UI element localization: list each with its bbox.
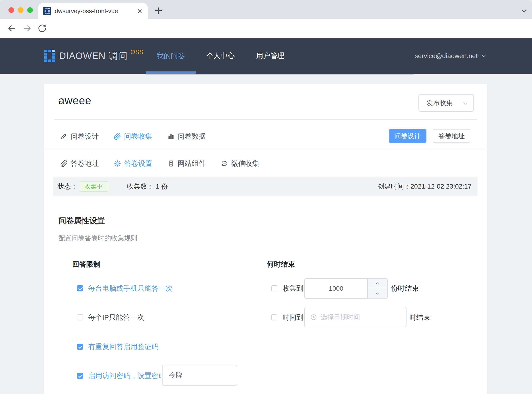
survey-tabs: 问卷设计 问卷收集 问卷数据 <box>60 129 206 143</box>
option-row-ip-once: 每个IP只能答一次 <box>77 312 144 322</box>
publish-collect-select[interactable]: 发布收集 <box>419 94 474 112</box>
paperclip-icon <box>114 133 121 140</box>
checkbox-device-once[interactable] <box>77 285 83 291</box>
datetime-picker[interactable] <box>304 307 406 327</box>
brand-name: DIAOWEN 调问 <box>59 49 128 62</box>
end-rules-heading: 何时结束 <box>267 259 295 269</box>
option-row-password: 启用访问密码，设置密码 <box>77 371 166 381</box>
checkbox-time-rule[interactable] <box>271 314 277 321</box>
tab-survey-collect[interactable]: 问卷收集 <box>114 132 152 141</box>
wechat-icon <box>221 160 228 167</box>
subtab-label: 答卷设置 <box>124 159 152 168</box>
menu-item-user-admin[interactable]: 用户管理 <box>245 38 295 74</box>
survey-design-button[interactable]: 问卷设计 <box>389 129 426 143</box>
menu-item-my-surveys[interactable]: 我的问卷 <box>146 38 196 74</box>
browser-tab[interactable]: dwsurvey-oss-front-vue <box>38 3 148 19</box>
chevron-down-icon <box>482 53 486 57</box>
traffic-light-close[interactable] <box>8 7 14 13</box>
collect-count-label: 收集数： <box>127 183 153 190</box>
checkbox-ip-once[interactable] <box>77 314 83 321</box>
clock-icon <box>310 313 317 321</box>
rule-label-quantity[interactable]: 收集到 <box>282 284 303 293</box>
settings-description: 配置问卷答卷时的收集规则 <box>59 234 137 243</box>
user-dropdown[interactable]: service@diaowen.net <box>415 38 485 74</box>
option-row-device-once: 每台电脑或手机只能答一次 <box>77 283 173 294</box>
checkbox-password[interactable] <box>77 373 83 379</box>
pencil-icon <box>60 133 68 140</box>
tab-strip-chevron-down-icon[interactable] <box>522 8 527 13</box>
browser-titlebar: dwsurvey-oss-front-vue <box>0 0 532 19</box>
created-time: 创建时间：2021-12-02 23:02:17 <box>378 177 472 196</box>
chevron-down-icon <box>463 101 468 105</box>
created-time-label: 创建时间： <box>378 183 410 190</box>
main-menu: 我的问卷 个人中心 用户管理 <box>146 38 295 74</box>
created-time-value: 2021-12-02 23:02:17 <box>410 183 472 190</box>
rule-label-time[interactable]: 时间到 <box>282 313 303 322</box>
tab-survey-design[interactable]: 问卷设计 <box>60 132 99 141</box>
option-label-captcha[interactable]: 有重复回答启用验证码 <box>88 342 159 352</box>
stepper-decrease-icon[interactable] <box>368 289 387 298</box>
subtab-label: 答卷地址 <box>71 159 99 168</box>
tab-label: 问卷设计 <box>71 132 99 141</box>
quantity-rule-suffix: 份时结束 <box>391 283 419 294</box>
publish-collect-value: 发布收集 <box>419 98 453 108</box>
gear-icon <box>114 160 121 167</box>
survey-title: aweee <box>59 94 91 107</box>
status-bar: 状态： 收集中 收集数：1 份 创建时间：2021-12-02 23:02:17 <box>53 177 478 196</box>
browser-toolbar: localhost:8083/#/dw/survey/c/attr/c98fa1… <box>0 19 532 38</box>
divider <box>44 149 487 150</box>
password-input[interactable] <box>163 365 237 385</box>
browser-window: dwsurvey-oss-front-vue localhost:8083/#/… <box>0 0 532 394</box>
tab-label: 问卷收集 <box>124 132 152 141</box>
rule-row-time: 时间到 <box>271 312 303 322</box>
traffic-light-zoom[interactable] <box>27 7 33 13</box>
active-menu-underline <box>146 72 196 74</box>
menu-baseline <box>146 74 414 75</box>
rule-row-quantity: 收集到 <box>271 283 303 294</box>
brand-badge: OSS <box>130 48 143 56</box>
quantity-stepper <box>304 278 388 299</box>
option-label-device-once[interactable]: 每台电脑或手机只能答一次 <box>88 284 173 293</box>
menu-item-profile[interactable]: 个人中心 <box>196 38 245 74</box>
option-label-ip-once[interactable]: 每个IP只能答一次 <box>88 313 144 322</box>
bar-chart-icon <box>167 133 175 140</box>
status-label: 状态： <box>58 177 77 196</box>
new-tab-icon[interactable] <box>154 6 163 16</box>
collect-count: 收集数：1 份 <box>127 177 168 196</box>
paperclip-icon <box>60 160 68 167</box>
tab-title: dwsurvey-oss-front-vue <box>55 7 133 15</box>
stepper-increase-icon[interactable] <box>368 279 387 288</box>
subtab-answer-settings[interactable]: 答卷设置 <box>114 159 152 168</box>
password-input-box <box>162 365 237 386</box>
checkbox-quantity-rule[interactable] <box>271 285 277 291</box>
answer-url-button[interactable]: 答卷地址 <box>433 129 470 143</box>
diaowen-logo-icon <box>44 50 55 62</box>
back-icon[interactable] <box>7 23 17 33</box>
brand: DIAOWEN 调问 OSS <box>59 38 143 74</box>
widget-icon <box>167 160 175 167</box>
forward-icon[interactable] <box>22 23 32 33</box>
datetime-input[interactable] <box>321 307 406 327</box>
subtab-wechat-collect[interactable]: 微信收集 <box>221 159 259 168</box>
quantity-input[interactable] <box>305 279 367 298</box>
option-label-password[interactable]: 启用访问密码，设置密码 <box>88 371 166 381</box>
favicon-icon <box>43 7 51 15</box>
tab-survey-data[interactable]: 问卷数据 <box>167 132 206 141</box>
settings-heading: 问卷属性设置 <box>59 216 105 226</box>
subtab-label: 网站组件 <box>178 159 206 168</box>
stepper-controls <box>367 279 387 298</box>
status-badge: 收集中 <box>79 181 108 192</box>
reload-icon[interactable] <box>37 23 47 33</box>
subtab-answer-url[interactable]: 答卷地址 <box>60 159 99 168</box>
collect-count-value: 1 份 <box>156 183 168 190</box>
answer-limit-heading: 回答限制 <box>72 259 100 269</box>
collect-subtabs: 答卷地址 答卷设置 网站组件 微信收集 <box>60 156 259 171</box>
time-rule-suffix: 时结束 <box>409 312 431 322</box>
app-navbar: DIAOWEN 调问 OSS 我的问卷 个人中心 用户管理 service@di… <box>0 38 532 74</box>
traffic-light-minimize[interactable] <box>18 7 23 13</box>
tab-label: 问卷数据 <box>178 132 206 141</box>
tab-close-icon[interactable] <box>137 8 143 14</box>
subtab-site-widget[interactable]: 网站组件 <box>167 159 206 168</box>
checkbox-captcha[interactable] <box>77 344 83 350</box>
subtab-label: 微信收集 <box>231 159 259 168</box>
